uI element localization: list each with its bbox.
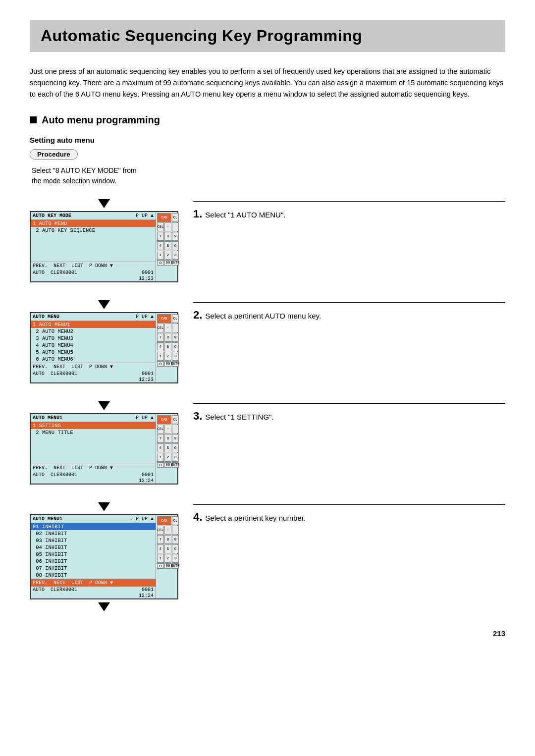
step-2-container: AUTO MENU P UP ▲ 1 AUTO MENU1 2 AUTO MEN… xyxy=(30,297,505,383)
step-3-text: 3.Select "1 SETTING". xyxy=(193,403,505,424)
screen-2-col: AUTO MENU P UP ▲ 1 AUTO MENU1 2 AUTO MEN… xyxy=(30,297,178,383)
pos-screen-4: AUTO MENU1 ↓ P UP ▲ 01 INHIBIT 02 INHIBI… xyxy=(30,514,178,599)
step-1-container: AUTO KEY MODE P UP ▲ 1 AUTO MENU 2 AUTO … xyxy=(30,196,505,282)
pos-screen-3: AUTO MENU1 P UP ▲ 1 SETTING 2 MENU TITLE… xyxy=(30,413,178,485)
arrow-down-1 xyxy=(98,199,110,208)
sub-heading: Setting auto menu xyxy=(30,136,505,144)
screen-1-col: AUTO KEY MODE P UP ▲ 1 AUTO MENU 2 AUTO … xyxy=(30,196,178,282)
arrow-down-2 xyxy=(98,300,110,309)
arrow-down-4 xyxy=(98,502,110,511)
step-1-right: 1.Select "1 AUTO MENU". xyxy=(193,196,505,222)
pos-screen-2: AUTO MENU P UP ▲ 1 AUTO MENU1 2 AUTO MEN… xyxy=(30,312,178,383)
page-number: 213 xyxy=(30,629,505,638)
procedure-text: Select "8 AUTO KEY MODE" from the mode s… xyxy=(32,165,505,186)
step-1-text: 1.Select "1 AUTO MENU". xyxy=(193,201,505,222)
step-3-right: 3.Select "1 SETTING". xyxy=(193,398,505,424)
pos-screen-1: AUTO KEY MODE P UP ▲ 1 AUTO MENU 2 AUTO … xyxy=(30,211,178,282)
intro-text: Just one press of an automatic sequencin… xyxy=(30,66,505,101)
step-2-right: 2.Select a pertinent AUTO menu key. xyxy=(193,297,505,323)
screen-3-col: AUTO MENU1 P UP ▲ 1 SETTING 2 MENU TITLE… xyxy=(30,398,178,485)
step-4-container: AUTO MENU1 ↓ P UP ▲ 01 INHIBIT 02 INHIBI… xyxy=(30,499,505,614)
step-4-right: 4.Select a pertinent key number. xyxy=(193,499,505,525)
procedure-badge: Procedure xyxy=(30,149,78,160)
screen-4-col: AUTO MENU1 ↓ P UP ▲ 01 INHIBIT 02 INHIBI… xyxy=(30,499,178,614)
step-3-container: AUTO MENU1 P UP ▲ 1 SETTING 2 MENU TITLE… xyxy=(30,398,505,485)
page-title: Automatic Sequencing Key Programming xyxy=(30,20,505,52)
section-heading-text: Auto menu programming xyxy=(42,114,160,126)
arrow-down-3 xyxy=(98,401,110,410)
step-2-text: 2.Select a pertinent AUTO menu key. xyxy=(193,302,505,323)
arrow-down-5 xyxy=(98,602,110,611)
step-4-text: 4.Select a pertinent key number. xyxy=(193,504,505,525)
